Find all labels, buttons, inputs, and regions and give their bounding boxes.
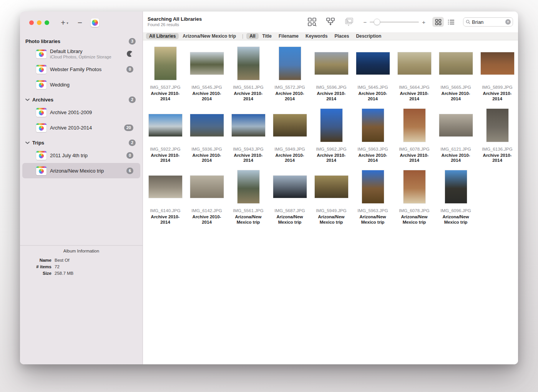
- photo-cell: IMG_6136.JPGArchive 2010-2014: [477, 107, 518, 164]
- field-filter-tab[interactable]: Filename: [276, 33, 302, 39]
- photo-filename: IMG_5665.JPG: [440, 85, 471, 90]
- field-filter-tab[interactable]: Places: [331, 33, 352, 39]
- sidebar-item[interactable]: Default LibraryiCloud Photos, Optimize S…: [22, 46, 140, 61]
- photo-thumbnail[interactable]: [279, 47, 301, 80]
- photo-album-name: Archive 2010-2014: [395, 91, 433, 102]
- field-filter-tab[interactable]: All: [246, 33, 258, 39]
- photo-filename: IMG_5949.JPG: [316, 208, 346, 213]
- photo-thumbnail[interactable]: [445, 170, 467, 203]
- album-info-row: Size258.7 MB: [20, 271, 143, 276]
- photo-thumbnail[interactable]: [404, 109, 425, 142]
- thumbnail-zone: [481, 45, 514, 82]
- thumbnail-zone: [320, 107, 342, 144]
- sidebar-item[interactable]: Wedding: [22, 77, 140, 92]
- photo-thumbnail[interactable]: [315, 52, 348, 75]
- photo-cell: IMG_6142.JPGArchive 2010-2014: [186, 168, 227, 225]
- search-field[interactable]: ✕: [463, 17, 513, 27]
- library-icon: [36, 108, 46, 117]
- library-filter-tab[interactable]: All Libraries: [146, 33, 179, 39]
- library-icon: [36, 123, 46, 132]
- zoom-in-button[interactable]: +: [420, 19, 427, 25]
- add-button[interactable]: + ▾: [61, 18, 68, 27]
- find-duplicates-icon[interactable]: [307, 17, 317, 27]
- zoom-out-button[interactable]: −: [362, 19, 368, 25]
- photo-thumbnail[interactable]: [190, 176, 224, 198]
- slider-thumb[interactable]: [374, 19, 380, 25]
- photo-thumbnail[interactable]: [320, 109, 342, 142]
- photo-thumbnail[interactable]: [237, 47, 259, 80]
- photos-flower-icon: [39, 67, 44, 72]
- photo-filename: IMG_5687.JPG: [274, 208, 305, 213]
- photo-thumbnail[interactable]: [154, 47, 176, 80]
- zoom-window-button[interactable]: [45, 20, 49, 25]
- merge-libraries-icon[interactable]: [325, 17, 336, 27]
- photo-cell: IMG_5899.JPGArchive 2010-2014: [477, 45, 518, 102]
- list-view-button[interactable]: [445, 17, 457, 27]
- photo-album-name: Archive 2010-2014: [229, 153, 267, 164]
- thumbnail-zone: [273, 107, 307, 144]
- sidebar-item[interactable]: Archive 2010-201420: [22, 120, 140, 135]
- thumbnail-zone: [439, 45, 473, 82]
- field-filter-tab[interactable]: Keywords: [302, 33, 330, 39]
- sidebar-item[interactable]: 2011 July 4th trip0: [22, 148, 140, 163]
- photo-thumbnail[interactable]: [487, 109, 508, 142]
- sidebar-section-title: Trips: [32, 140, 129, 146]
- chevron-down-icon[interactable]: [25, 98, 30, 101]
- photo-filename: IMG_6136.JPG: [482, 147, 512, 151]
- album-info-title: Album Information: [20, 249, 143, 253]
- photo-thumbnail[interactable]: [398, 52, 431, 75]
- clear-search-icon[interactable]: ✕: [505, 19, 511, 25]
- photo-album-name: Archive 2010-2014: [188, 214, 226, 225]
- photo-thumbnail[interactable]: [237, 170, 259, 203]
- close-window-button[interactable]: [29, 20, 34, 25]
- search-input[interactable]: [472, 19, 505, 25]
- photo-thumbnail[interactable]: [356, 52, 390, 75]
- photo-thumbnail[interactable]: [439, 52, 473, 75]
- thumbnail-size-slider[interactable]: [370, 22, 419, 23]
- photo-cell: IMG_6140.JPGArchive 2010-2014: [144, 168, 186, 225]
- field-filter-tab[interactable]: Description: [353, 33, 384, 39]
- thumbnail-zone: [445, 168, 467, 205]
- photo-cell: IMG_6121.JPGArchive 2010-2014: [435, 107, 477, 164]
- library-icon: [36, 80, 46, 89]
- sidebar-item[interactable]: Arizona/New Mexico trip6: [22, 163, 140, 178]
- photos-flower-icon: [39, 169, 44, 174]
- photo-thumbnail[interactable]: [190, 114, 224, 136]
- library-filter-tab[interactable]: Arizona/New Mexico trip: [179, 33, 239, 39]
- sidebar-item[interactable]: Archive 2001-2009: [22, 105, 140, 120]
- chevron-down-icon: ▾: [66, 21, 68, 25]
- photo-thumbnail[interactable]: [362, 170, 384, 203]
- grid-view-button[interactable]: [432, 17, 444, 27]
- photo-album-name: Archive 2010-2014: [354, 91, 392, 102]
- remove-button[interactable]: −: [78, 18, 82, 27]
- photo-cell: IMG_5561.JPGArizona/New Mexico trip: [227, 168, 269, 225]
- thumbnail-zone: [237, 45, 259, 82]
- chevron-down-icon[interactable]: [25, 141, 30, 144]
- photo-cell: IMG_5936.JPGArchive 2010-2014: [186, 107, 227, 164]
- photo-thumbnail[interactable]: [149, 176, 182, 198]
- sidebar-item-label: 2011 July 4th trip: [50, 153, 126, 158]
- photo-cell: IMG_5572.JPGArchive 2010-2014: [269, 45, 311, 102]
- photo-album-name: Archive 2010-2014: [312, 153, 350, 164]
- photo-thumbnail[interactable]: [273, 176, 307, 198]
- count-badge: 0: [126, 66, 133, 73]
- sidebar-item[interactable]: Webster Family Photos0: [22, 61, 140, 77]
- photo-thumbnail[interactable]: [190, 52, 224, 75]
- photo-thumbnail[interactable]: [273, 114, 307, 136]
- photo-filename: IMG_5949.JPG: [274, 147, 305, 151]
- photo-thumbnail[interactable]: [404, 170, 425, 203]
- photo-thumbnail[interactable]: [149, 114, 182, 136]
- album-info-value: 258.7 MB: [55, 271, 73, 276]
- thumbnail-zone: [237, 168, 259, 205]
- photo-thumbnail[interactable]: [439, 114, 473, 136]
- library-icon: [36, 50, 46, 58]
- photo-thumbnail[interactable]: [362, 109, 384, 142]
- photo-album-name: Archive 2010-2014: [271, 91, 309, 102]
- photo-thumbnail[interactable]: [232, 114, 265, 136]
- minimize-window-button[interactable]: [37, 20, 42, 25]
- field-filter-tab[interactable]: Title: [259, 33, 275, 39]
- photo-thumbnail[interactable]: [315, 176, 348, 198]
- photo-cell: IMG_5561.JPGArchive 2010-2014: [227, 45, 269, 102]
- photo-cell: IMG_5687.JPGArizona/New Mexico trip: [269, 168, 311, 225]
- photo-thumbnail[interactable]: [481, 52, 514, 75]
